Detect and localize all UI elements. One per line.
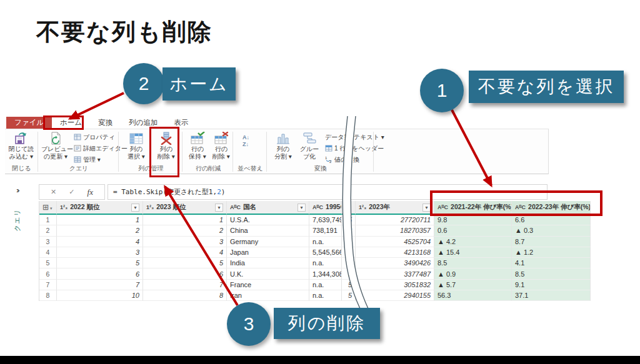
cell[interactable]: France	[227, 280, 309, 290]
sort-buttons[interactable]	[242, 134, 249, 148]
cell[interactable]: 0.6	[434, 225, 512, 236]
column-header-2023-rank[interactable]: 1²₃2023 順位	[143, 201, 227, 215]
filter-icon[interactable]	[422, 204, 431, 212]
sort-descending-icon[interactable]	[242, 141, 249, 148]
cell[interactable]: India	[227, 258, 309, 268]
cell[interactable]: 5,545,566	[309, 247, 342, 258]
expand-queries-pane-chevron-icon[interactable]	[16, 185, 18, 195]
cell[interactable]: 37.1	[512, 290, 591, 301]
cell[interactable]: 5	[143, 258, 227, 268]
cell[interactable]: 18270357	[356, 225, 434, 236]
cell[interactable]: 7	[143, 280, 227, 290]
use-first-row-headers-button[interactable]: 1 行目をヘッダー	[325, 144, 384, 153]
manage-button[interactable]: 管理 ▾	[74, 155, 101, 164]
cell[interactable]: 7,639,749	[309, 215, 342, 225]
cell[interactable]: n.a.	[309, 290, 342, 301]
tab-add-column[interactable]: 列の追加	[121, 117, 166, 129]
cell[interactable]: Germany	[227, 237, 309, 247]
cell[interactable]: 4	[57, 237, 143, 247]
cell[interactable]: 3490426	[356, 258, 434, 268]
cell[interactable]: 27720711	[356, 215, 434, 225]
formula-input[interactable]: = Table.Skip(変更された型1,2)	[108, 184, 548, 200]
column-header-1995[interactable]: AᴮC1995年	[309, 201, 342, 215]
tab-file[interactable]: ファイル	[6, 117, 52, 129]
column-header-2022-rank[interactable]: 1²₃2022 順位	[57, 201, 143, 215]
cell[interactable]: n.a.	[309, 280, 342, 290]
cell[interactable]: 6.6	[512, 215, 591, 225]
cell[interactable]: 8	[342, 268, 356, 279]
cell[interactable]: 10	[57, 290, 143, 301]
cell[interactable]: 5	[57, 258, 143, 268]
row-number[interactable]: 1	[39, 215, 57, 225]
refresh-preview-button[interactable]: プレビュー の更新 ▾	[41, 131, 70, 160]
cell[interactable]: 2	[143, 225, 227, 236]
data-type-button[interactable]: データ型: テキスト ▾	[325, 132, 384, 142]
cell[interactable]: 3	[342, 237, 356, 247]
cell[interactable]: ▲ 0.9	[434, 268, 512, 279]
cell[interactable]: 1	[57, 215, 143, 225]
column-header-2023[interactable]: 1²₃2023年	[356, 201, 434, 215]
cell[interactable]: 56.3	[434, 290, 512, 301]
row-number[interactable]: 7	[39, 280, 57, 290]
cell[interactable]: 3	[57, 247, 143, 258]
table-select-all-corner[interactable]	[39, 201, 57, 215]
cell[interactable]: 8	[143, 290, 227, 301]
cell[interactable]: ▲ 5.7	[434, 280, 512, 290]
cell[interactable]: 5	[342, 215, 356, 225]
cell[interactable]: 4213168	[356, 247, 434, 258]
cell[interactable]: 2940155	[356, 290, 434, 301]
properties-button[interactable]: プロパティ	[74, 132, 115, 142]
cell[interactable]: ▲ 4.2	[434, 237, 512, 247]
remove-rows-button[interactable]: 行の 削除 ▾	[207, 131, 236, 160]
tab-transform[interactable]: 変換	[90, 117, 121, 129]
fx-icon[interactable]: fx	[88, 187, 93, 197]
cell[interactable]: 9	[342, 247, 356, 258]
remove-columns-button[interactable]: 列の 削除 ▾	[152, 131, 181, 160]
tab-home[interactable]: ホーム	[52, 117, 90, 129]
split-column-button[interactable]: 列の 分割 ▾	[269, 131, 298, 160]
row-number[interactable]: 3	[39, 237, 57, 247]
cell[interactable]: U.K.	[227, 268, 309, 279]
replace-values-button[interactable]: 1 2 値の置換	[325, 155, 359, 164]
cell[interactable]: 5	[342, 290, 356, 301]
close-and-load-button[interactable]: 閉じて読 み込む ▾	[7, 131, 36, 160]
group-by-button[interactable]: グルー プ化	[295, 131, 324, 160]
cell[interactable]: U.S.A.	[227, 215, 309, 225]
cell[interactable]: China	[227, 225, 309, 236]
filter-icon[interactable]	[298, 204, 306, 212]
cancel-formula-icon[interactable]: ✕	[51, 188, 56, 196]
cell[interactable]: 6	[57, 268, 143, 279]
cell[interactable]: 2	[57, 225, 143, 236]
cell[interactable]: 7	[57, 280, 143, 290]
cell[interactable]: 1,344,308	[309, 268, 342, 279]
filter-icon[interactable]	[131, 204, 139, 212]
filter-icon[interactable]	[215, 204, 223, 212]
commit-formula-icon[interactable]: ✓	[69, 188, 74, 196]
row-number[interactable]: 4	[39, 247, 57, 258]
row-number[interactable]: 5	[39, 258, 57, 268]
cell[interactable]: 4	[143, 247, 227, 258]
column-header-2022-23-growth[interactable]: AᴮC2022-23年 伸び率(%)	[512, 201, 591, 215]
sort-ascending-icon[interactable]	[242, 134, 249, 141]
column-header-2021-22-growth[interactable]: AᴮC2021-22年 伸び率(%)	[434, 201, 512, 215]
cell[interactable]: 3	[143, 237, 227, 247]
cell[interactable]: n.a.	[309, 237, 342, 247]
column-header-country[interactable]: AᴮC国名	[227, 201, 309, 215]
cell[interactable]: 8.7	[512, 237, 591, 247]
row-number[interactable]: 6	[39, 268, 57, 279]
cell[interactable]: 9.8	[434, 215, 512, 225]
cell[interactable]: 4525704	[356, 237, 434, 247]
cell[interactable]: 3377487	[356, 268, 434, 279]
cell[interactable]: 4.1	[512, 258, 591, 268]
choose-columns-button[interactable]: 列の 選択 ▾	[122, 131, 151, 160]
cell[interactable]: 2	[342, 225, 356, 236]
cell[interactable]: 6	[143, 268, 227, 279]
cell[interactable]: 9.1	[512, 280, 591, 290]
cell[interactable]: 5	[342, 280, 356, 290]
cell[interactable]: 8.5	[512, 268, 591, 279]
cell[interactable]: n.a.	[309, 258, 342, 268]
row-number[interactable]: 8	[39, 290, 57, 301]
cell[interactable]: 3051832	[356, 280, 434, 290]
cell[interactable]: 738,191	[309, 225, 342, 236]
cell[interactable]: 1	[143, 215, 227, 225]
